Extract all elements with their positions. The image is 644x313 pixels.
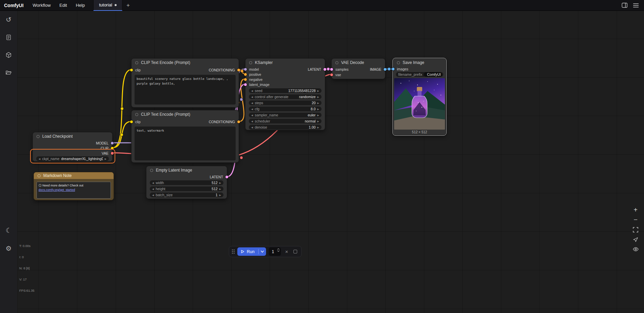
node-clip-text-encode-positive[interactable]: CLIP Text Encode (Prompt) clip CONDITION…: [131, 58, 239, 108]
prev-value-arrow-icon[interactable]: ◀: [39, 158, 40, 160]
output-port-vae[interactable]: [111, 152, 114, 155]
input-port-positive[interactable]: [244, 73, 247, 76]
zoom-out-button[interactable]: −: [631, 215, 640, 225]
link-midpoint-dot[interactable]: [240, 98, 243, 101]
increment-arrow-icon[interactable]: ▶: [317, 126, 319, 129]
queue-history-icon[interactable]: ↺: [5, 16, 13, 24]
generated-image-preview[interactable]: [394, 78, 445, 130]
decrement-arrow-icon[interactable]: ◀: [152, 182, 154, 184]
prev-value-arrow-icon[interactable]: ◀: [251, 120, 253, 122]
widget-steps[interactable]: ◀ steps 20 ▶: [249, 100, 321, 105]
node-header[interactable]: CLIP Text Encode (Prompt): [132, 110, 239, 118]
next-value-arrow-icon[interactable]: ▶: [317, 120, 319, 122]
link-visibility-button[interactable]: [631, 234, 640, 244]
collapse-icon[interactable]: [38, 174, 41, 177]
decrement-arrow-icon[interactable]: ◀: [152, 194, 154, 196]
new-workflow-tab-button[interactable]: +: [122, 0, 134, 11]
cancel-run-icon[interactable]: ×: [284, 249, 290, 255]
node-header[interactable]: Load Checkpoint: [33, 132, 112, 140]
link-midpoint-dot[interactable]: [388, 68, 391, 71]
decrement-arrow-icon[interactable]: ◀: [251, 102, 253, 104]
decrement-arrow-icon[interactable]: ◀: [251, 126, 253, 129]
output-port-image[interactable]: [384, 68, 386, 71]
prev-value-arrow-icon[interactable]: ◀: [251, 96, 253, 98]
collapse-icon[interactable]: [135, 113, 138, 116]
node-clip-text-encode-negative[interactable]: CLIP Text Encode (Prompt) clip CONDITION…: [131, 110, 239, 163]
prompt-textarea[interactable]: text, watermark: [135, 127, 236, 160]
widget-height[interactable]: ◀ height 512 ▶: [150, 186, 223, 191]
collapse-icon[interactable]: [335, 61, 338, 64]
next-value-arrow-icon[interactable]: ▶: [317, 96, 319, 98]
input-port-model[interactable]: [244, 68, 247, 71]
increment-arrow-icon[interactable]: ▶: [219, 182, 221, 184]
widget-width[interactable]: ◀ width 512 ▶: [150, 180, 223, 185]
node-markdown-note[interactable]: Markdown Note ⓘ Need more details? Check…: [33, 172, 114, 200]
node-vae-decode[interactable]: VAE Decode samples IMAGE vae: [331, 58, 385, 79]
input-port-clip[interactable]: [130, 120, 133, 123]
link-midpoint-dot[interactable]: [241, 70, 244, 73]
link-midpoint-dot[interactable]: [121, 107, 124, 110]
prev-value-arrow-icon[interactable]: ◀: [251, 114, 253, 116]
node-library-icon[interactable]: [5, 33, 13, 41]
increment-arrow-icon[interactable]: ▶: [317, 102, 319, 104]
theme-toggle-icon[interactable]: ☾: [5, 226, 13, 234]
output-port-latent[interactable]: [225, 176, 228, 178]
node-header[interactable]: VAE Decode: [332, 59, 385, 67]
decrement-arrow-icon[interactable]: ◀: [251, 90, 253, 92]
collapse-icon[interactable]: [150, 169, 153, 172]
tab-tutorial[interactable]: tutorial: [93, 0, 122, 11]
node-header[interactable]: CLIP Text Encode (Prompt): [132, 59, 239, 67]
fit-view-button[interactable]: [631, 225, 640, 234]
node-empty-latent-image[interactable]: Empty Latent Image LATENT ◀ width 512 ▶ …: [146, 166, 227, 199]
widget-control-after-generate[interactable]: ◀ control after generate randomize ▶: [249, 94, 321, 99]
widget-filename-prefix[interactable]: filename_prefix ComfyUI: [396, 72, 443, 77]
input-port-vae[interactable]: [330, 73, 333, 76]
node-save-image[interactable]: Save Image images filename_prefix ComfyU…: [393, 58, 446, 135]
stop-icon[interactable]: [292, 249, 299, 255]
node-header[interactable]: Save Image: [393, 59, 446, 67]
node-ksampler[interactable]: KSampler model LATENT positive negative …: [245, 58, 325, 130]
node-header[interactable]: Markdown Note: [34, 172, 114, 179]
next-value-arrow-icon[interactable]: ▶: [317, 114, 319, 116]
input-port-images[interactable]: [392, 68, 395, 70]
chevron-up-icon[interactable]: [277, 248, 280, 250]
widget-sampler-name[interactable]: ◀ sampler_name euler ▶: [249, 113, 321, 117]
input-port-negative[interactable]: [244, 78, 247, 81]
run-options-button[interactable]: [259, 247, 266, 256]
output-port-latent[interactable]: [324, 68, 326, 71]
widget-seed[interactable]: ◀ seed 17711355481228 ▶: [249, 88, 321, 93]
input-port-latent-image[interactable]: [244, 83, 247, 86]
link-midpoint-dot[interactable]: [327, 68, 330, 71]
increment-arrow-icon[interactable]: ▶: [219, 194, 221, 196]
increment-arrow-icon[interactable]: ▶: [317, 108, 319, 110]
docs-link[interactable]: docs.comfy.org/get_started: [39, 188, 75, 192]
next-value-arrow-icon[interactable]: ▶: [105, 158, 106, 160]
output-port-clip[interactable]: [111, 147, 114, 150]
settings-gear-icon[interactable]: ⚙: [5, 244, 13, 252]
output-port-conditioning[interactable]: [237, 120, 240, 123]
node-header[interactable]: Empty Latent Image: [146, 166, 227, 174]
batch-count-input[interactable]: 1: [269, 247, 281, 256]
workflows-folder-icon[interactable]: [5, 68, 13, 76]
output-port-model[interactable]: [111, 142, 114, 144]
link-midpoint-dot[interactable]: [120, 133, 123, 136]
node-load-checkpoint[interactable]: Load Checkpoint MODEL CLIP VAE ◀ ckpt_na…: [32, 132, 113, 162]
prompt-textarea[interactable]: beautiful scenery nature glass bottle la…: [135, 75, 236, 105]
zoom-in-button[interactable]: +: [631, 205, 640, 215]
input-port-samples[interactable]: [330, 68, 333, 71]
toggle-visibility-eye-button[interactable]: [631, 244, 640, 254]
panel-toggle-icon[interactable]: [621, 2, 628, 9]
collapse-icon[interactable]: [37, 135, 40, 138]
decrement-arrow-icon[interactable]: ◀: [251, 108, 253, 110]
output-port-conditioning[interactable]: [237, 69, 240, 71]
collapse-icon[interactable]: [397, 61, 400, 64]
widget-cfg[interactable]: ◀ cfg 8.0 ▶: [249, 107, 321, 111]
run-button[interactable]: Run: [237, 249, 258, 254]
hamburger-menu-icon[interactable]: [633, 2, 639, 9]
widget-denoise[interactable]: ◀ denoise 1.00 ▶: [249, 125, 321, 130]
batch-count-steppers[interactable]: [277, 248, 280, 252]
menu-workflow[interactable]: Workflow: [28, 0, 55, 11]
decrement-arrow-icon[interactable]: ◀: [152, 188, 154, 190]
increment-arrow-icon[interactable]: ▶: [219, 188, 221, 190]
widget-scheduler[interactable]: ◀ scheduler normal ▶: [249, 119, 321, 124]
